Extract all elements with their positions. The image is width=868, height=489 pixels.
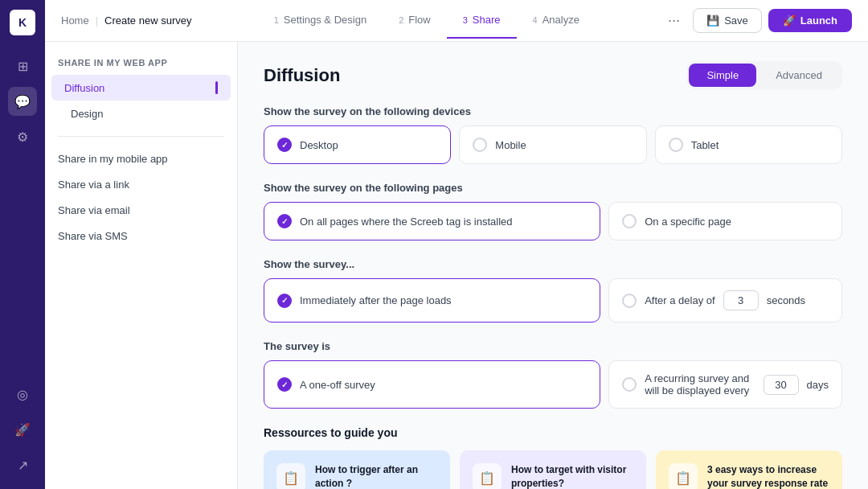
- more-button[interactable]: ···: [661, 9, 686, 32]
- delay-input[interactable]: [723, 290, 759, 310]
- mobile-radio: [473, 138, 487, 152]
- panel-section-title: Share in my web app: [45, 55, 237, 74]
- breadcrumb: Home | Create new survey: [61, 14, 191, 27]
- resource-card-personalization[interactable]: 📋 3 easy ways to increase your survey re…: [656, 450, 842, 489]
- tab-settings-design-num: 1: [274, 15, 279, 25]
- pages-option-group: Show the survey on the following pages O…: [264, 182, 842, 240]
- rocket-icon[interactable]: 🚀: [8, 415, 37, 444]
- tab-share-label: Share: [473, 14, 501, 26]
- tab-flow-num: 2: [399, 15, 403, 25]
- panel-item-diffusion[interactable]: Diffusion: [51, 75, 231, 101]
- resources-section: Ressources to guide you 📋 How to trigger…: [264, 426, 842, 489]
- resource-card-trigger[interactable]: 📋 How to trigger after an action ? SR Si…: [264, 450, 450, 489]
- save-button[interactable]: 💾 Save: [693, 8, 762, 33]
- grid-icon[interactable]: ⊞: [8, 51, 37, 80]
- resource-personalization-content: 3 easy ways to increase your survey resp…: [707, 463, 829, 489]
- nav-actions: ··· 💾 Save 🚀 Launch: [661, 8, 852, 33]
- tab-settings-design[interactable]: 1 Settings & Design: [258, 2, 383, 39]
- launch-button[interactable]: 🚀 Launch: [768, 9, 852, 32]
- pages-all-radio: [277, 214, 292, 228]
- section-header: Diffusion Simple Advanced: [264, 61, 842, 89]
- resource-card-visitor[interactable]: 📋 How to target with visitor properties?…: [460, 450, 646, 489]
- pages-all[interactable]: On all pages where the Screeb tag is ins…: [264, 202, 600, 240]
- device-option-group: Show the survey on the following devices…: [264, 105, 842, 164]
- breadcrumb-current: Create new survey: [104, 14, 191, 27]
- resource-visitor-title: How to target with visitor properties?: [511, 463, 633, 489]
- timing-delay[interactable]: After a delay of seconds: [608, 278, 842, 323]
- tab-analyze[interactable]: 4 Analyze: [517, 2, 596, 39]
- pages-specific[interactable]: On a specific page: [608, 202, 842, 240]
- device-options-row: Desktop Mobile Tablet: [264, 125, 842, 164]
- launch-label: Launch: [800, 14, 837, 27]
- simple-toggle[interactable]: Simple: [689, 64, 756, 87]
- active-indicator: [215, 81, 218, 94]
- sidebar-logo[interactable]: K: [10, 10, 35, 35]
- tab-analyze-num: 4: [533, 15, 538, 25]
- resource-visitor-icon: 📋: [473, 463, 502, 489]
- breadcrumb-home[interactable]: Home: [61, 14, 89, 27]
- pages-all-label: On all pages where the Screeb tag is ins…: [300, 216, 513, 228]
- save-label: Save: [724, 14, 748, 27]
- panel-item-design-label: Design: [71, 108, 103, 120]
- resource-cards: 📋 How to trigger after an action ? SR Si…: [264, 450, 842, 489]
- resource-personalization-title: 3 easy ways to increase your survey resp…: [707, 463, 829, 489]
- desktop-radio: [277, 138, 292, 152]
- tab-analyze-label: Analyze: [542, 14, 579, 26]
- panel-item-diffusion-label: Diffusion: [64, 82, 104, 94]
- tab-flow[interactable]: 2 Flow: [383, 2, 447, 39]
- pages-specific-label: On a specific page: [645, 216, 731, 228]
- main-area: Home | Create new survey 1 Settings & De…: [45, 0, 868, 489]
- pages-label: Show the survey on the following pages: [264, 182, 842, 194]
- left-panel: Share in my web app Diffusion Design Sha…: [45, 42, 238, 489]
- device-mobile[interactable]: Mobile: [459, 125, 646, 164]
- right-content: Diffusion Simple Advanced Show the surve…: [238, 42, 868, 489]
- desktop-label: Desktop: [300, 139, 338, 151]
- delay-unit-label: seconds: [767, 294, 805, 306]
- pages-options-row: On all pages where the Screeb tag is ins…: [264, 202, 842, 240]
- pages-specific-radio: [622, 214, 637, 228]
- survey-type-options-row: A one-off survey A recurring survey and …: [264, 360, 842, 409]
- circle-icon[interactable]: ◎: [8, 380, 37, 409]
- toggle-group: Simple Advanced: [686, 61, 842, 89]
- sidebar: K ⊞ 💬 ⚙ ◎ 🚀 ↗: [0, 0, 45, 489]
- tab-flow-label: Flow: [408, 14, 430, 26]
- device-tablet[interactable]: Tablet: [655, 125, 842, 164]
- panel-divider: [58, 136, 224, 137]
- timing-immediate[interactable]: Immediately after the page loads: [264, 278, 600, 323]
- device-desktop[interactable]: Desktop: [264, 125, 451, 164]
- nav-tabs: 1 Settings & Design 2 Flow 3 Share 4 Ana…: [204, 2, 649, 39]
- timing-options-row: Immediately after the page loads After a…: [264, 278, 842, 323]
- settings-icon[interactable]: ⚙: [8, 122, 37, 151]
- save-icon: 💾: [706, 14, 719, 27]
- resource-personalization-icon: 📋: [669, 463, 698, 489]
- page-title: Diffusion: [264, 65, 340, 86]
- survey-type-label: The survey is: [264, 340, 842, 352]
- panel-link-link[interactable]: Share via a link: [45, 172, 237, 197]
- mobile-label: Mobile: [495, 139, 526, 151]
- top-nav: Home | Create new survey 1 Settings & De…: [45, 0, 868, 42]
- survey-one-off[interactable]: A one-off survey: [264, 360, 600, 409]
- content-area: Share in my web app Diffusion Design Sha…: [45, 42, 868, 489]
- panel-link-sms[interactable]: Share via SMS: [45, 224, 237, 249]
- one-off-label: A one-off survey: [300, 379, 375, 391]
- recurring-radio: [622, 377, 637, 392]
- export-icon[interactable]: ↗: [8, 450, 37, 479]
- timing-immediate-radio: [277, 294, 292, 308]
- timing-label: Show the survey...: [264, 258, 842, 270]
- resource-trigger-title: How to trigger after an action ?: [315, 463, 437, 489]
- tablet-radio: [669, 138, 683, 152]
- recurring-input[interactable]: [764, 375, 799, 395]
- panel-link-mobile-app[interactable]: Share in my mobile app: [45, 146, 237, 171]
- panel-link-email[interactable]: Share via email: [45, 198, 237, 223]
- resource-visitor-content: How to target with visitor properties? S…: [511, 463, 633, 489]
- recurring-unit-label: days: [807, 379, 829, 391]
- survey-recurring[interactable]: A recurring survey and will be displayed…: [608, 360, 842, 409]
- tab-share[interactable]: 3 Share: [447, 2, 517, 39]
- one-off-radio: [277, 377, 292, 392]
- chat-icon[interactable]: 💬: [8, 87, 37, 116]
- tab-share-num: 3: [463, 15, 468, 25]
- recurring-label: A recurring survey and will be displayed…: [645, 372, 755, 397]
- advanced-toggle[interactable]: Advanced: [758, 64, 840, 87]
- panel-item-design[interactable]: Design: [51, 101, 231, 126]
- launch-icon: 🚀: [783, 14, 796, 27]
